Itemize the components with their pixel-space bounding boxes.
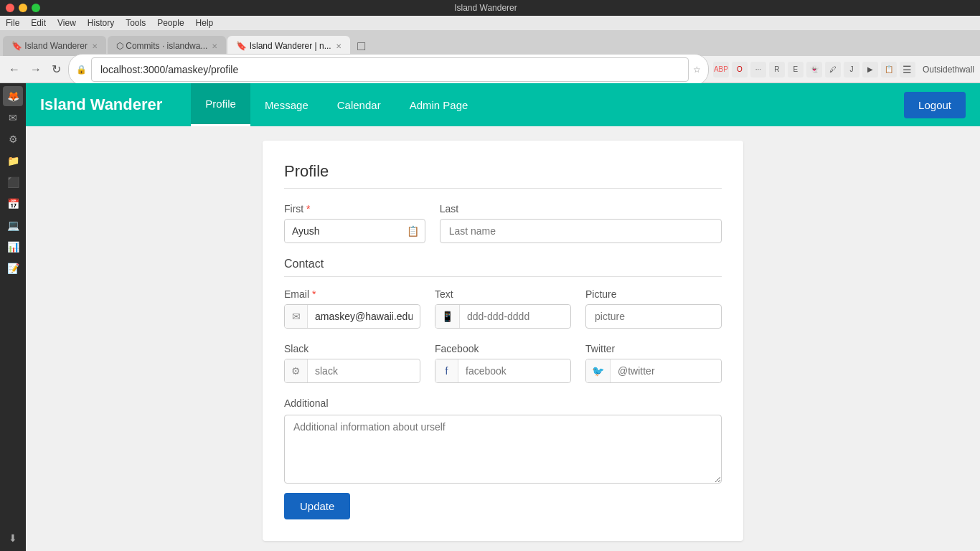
- menu-edit[interactable]: Edit: [31, 18, 46, 28]
- url-input[interactable]: [91, 57, 689, 82]
- additional-section: Additional: [284, 397, 722, 486]
- facebook-label: Facebook: [435, 343, 571, 354]
- tab-2-label: ⬡ Commits · islandwa...: [116, 41, 207, 51]
- profile-title: Profile: [284, 162, 722, 189]
- slack-icon: ⚙: [285, 359, 308, 382]
- minimize-button[interactable]: [19, 4, 27, 12]
- menu-help[interactable]: Help: [196, 18, 214, 28]
- more-icon[interactable]: ···: [750, 62, 766, 77]
- sidebar-chart-icon[interactable]: 📊: [3, 237, 23, 257]
- nav-message[interactable]: Message: [250, 83, 323, 126]
- additional-label: Additional: [284, 397, 722, 409]
- nav-admin[interactable]: Admin Page: [395, 83, 483, 126]
- ghost-icon[interactable]: 👻: [806, 62, 822, 77]
- close-button[interactable]: [6, 4, 14, 12]
- tab-1-close[interactable]: ✕: [92, 42, 98, 50]
- browser-sidebar: 🦊 ✉ ⚙ 📁 ⬛ 📅 💻 📊 📝 ⬇: [0, 83, 26, 551]
- refresh-button[interactable]: ↻: [49, 60, 64, 79]
- tab-1-label: 🔖 Island Wanderer: [11, 41, 88, 51]
- name-row: First * 📋 Last: [284, 203, 722, 243]
- twitter-input[interactable]: [611, 359, 721, 382]
- ext3-icon[interactable]: J: [844, 62, 859, 77]
- nav-links: Profile Message Calendar Admin Page: [191, 83, 482, 126]
- slack-input[interactable]: [308, 359, 420, 382]
- twitter-icon: 🐦: [586, 359, 611, 382]
- menu-view[interactable]: View: [57, 18, 76, 28]
- text-label: Text: [435, 288, 571, 300]
- picture-input[interactable]: [585, 304, 722, 329]
- email-group: Email * ✉: [284, 288, 420, 329]
- tabs-bar: 🔖 Island Wanderer ✕ ⬡ Commits · islandwa…: [0, 30, 980, 56]
- logout-button[interactable]: Logout: [904, 92, 966, 118]
- sidebar-list-icon[interactable]: 📝: [3, 258, 23, 278]
- first-name-group: First * 📋: [284, 203, 425, 243]
- update-button[interactable]: Update: [284, 493, 350, 519]
- url-box: 🔒 ☆: [68, 54, 709, 85]
- new-tab-button[interactable]: □: [352, 36, 372, 56]
- additional-textarea[interactable]: [284, 415, 722, 484]
- first-name-input[interactable]: [285, 220, 401, 242]
- sidebar-mail-icon[interactable]: ✉: [3, 108, 23, 128]
- sidebar-bottom-icon[interactable]: ⬇: [3, 528, 23, 548]
- menu-bar: File Edit View History Tools People Help: [0, 16, 980, 30]
- sidebar-calendar-icon[interactable]: 📅: [3, 194, 23, 214]
- text-group: Text 📱: [435, 288, 571, 329]
- back-button[interactable]: ←: [6, 60, 23, 79]
- phone-icon: 📱: [435, 305, 460, 328]
- text-input[interactable]: [460, 305, 570, 328]
- menu-tools[interactable]: Tools: [126, 18, 146, 28]
- maximize-button[interactable]: [32, 4, 40, 12]
- tab-2[interactable]: ⬡ Commits · islandwa... ✕: [108, 36, 226, 56]
- window-controls: [6, 4, 40, 12]
- menu-people[interactable]: People: [157, 18, 184, 28]
- tab-2-close[interactable]: ✕: [212, 42, 217, 50]
- facebook-input-wrapper: f: [435, 359, 571, 383]
- email-icon: ✉: [285, 305, 308, 328]
- bookmark-icon[interactable]: ☆: [693, 65, 701, 75]
- twitter-group: Twitter 🐦: [585, 343, 722, 383]
- slack-input-wrapper: ⚙: [284, 359, 420, 383]
- url-lock-icon: 🔒: [76, 65, 87, 75]
- nav-profile[interactable]: Profile: [191, 83, 250, 126]
- menu-file[interactable]: File: [6, 18, 19, 28]
- toolbar-icons: ABP O ··· R E 👻 🖊 J ▶ 📋 ☰: [713, 62, 915, 77]
- email-label: Email *: [284, 288, 420, 300]
- ext2-icon[interactable]: 🖊: [825, 62, 841, 77]
- contact-row-2: Slack ⚙ Facebook f: [284, 343, 722, 383]
- tab-3-label: 🔖 Island Wanderer | n...: [236, 41, 331, 51]
- contact-title: Contact: [284, 258, 722, 277]
- rss-icon[interactable]: R: [769, 62, 785, 77]
- nav-calendar[interactable]: Calendar: [323, 83, 395, 126]
- adblock-icon[interactable]: ABP: [713, 62, 729, 77]
- facebook-input[interactable]: [458, 359, 570, 382]
- first-required: *: [303, 203, 310, 215]
- last-name-input[interactable]: [440, 219, 722, 243]
- contact-row-1: Email * ✉ Text 📱: [284, 288, 722, 329]
- slack-label: Slack: [284, 343, 420, 354]
- opera-icon[interactable]: O: [732, 62, 748, 77]
- first-name-input-wrapper: 📋: [284, 219, 425, 243]
- sidebar-terminal-icon[interactable]: ⬛: [3, 172, 23, 192]
- ext4-icon[interactable]: ▶: [862, 62, 878, 77]
- twitter-label: Twitter: [585, 343, 722, 354]
- ext5-icon[interactable]: 📋: [881, 62, 897, 77]
- picture-group: Picture: [585, 288, 722, 329]
- first-label: First *: [284, 203, 425, 215]
- email-input[interactable]: [308, 305, 420, 328]
- user-label: Outsidethwall: [923, 65, 974, 75]
- ext-icon[interactable]: E: [788, 62, 804, 77]
- tab-3[interactable]: 🔖 Island Wanderer | n... ✕: [227, 36, 349, 56]
- tab-1[interactable]: 🔖 Island Wanderer ✕: [3, 36, 106, 56]
- email-required: *: [309, 288, 316, 300]
- browser-layout: 🦊 ✉ ⚙ 📁 ⬛ 📅 💻 📊 📝 ⬇ Island Wanderer Prof…: [0, 83, 980, 551]
- tab-3-close[interactable]: ✕: [336, 42, 341, 50]
- sidebar-settings-icon[interactable]: ⚙: [3, 129, 23, 149]
- forward-button[interactable]: →: [27, 60, 44, 79]
- address-bar: ← → ↻ 🔒 ☆ ABP O ··· R E 👻 🖊 J ▶ 📋 ☰ Outs…: [0, 56, 980, 83]
- contact-section: Contact Email * ✉: [284, 258, 722, 383]
- menu-history[interactable]: History: [88, 18, 114, 28]
- sidebar-code-icon[interactable]: 💻: [3, 215, 23, 235]
- sidebar-firefox-icon[interactable]: 🦊: [3, 86, 23, 106]
- sidebar-folder-icon[interactable]: 📁: [3, 151, 23, 171]
- menu-icon[interactable]: ☰: [900, 62, 915, 77]
